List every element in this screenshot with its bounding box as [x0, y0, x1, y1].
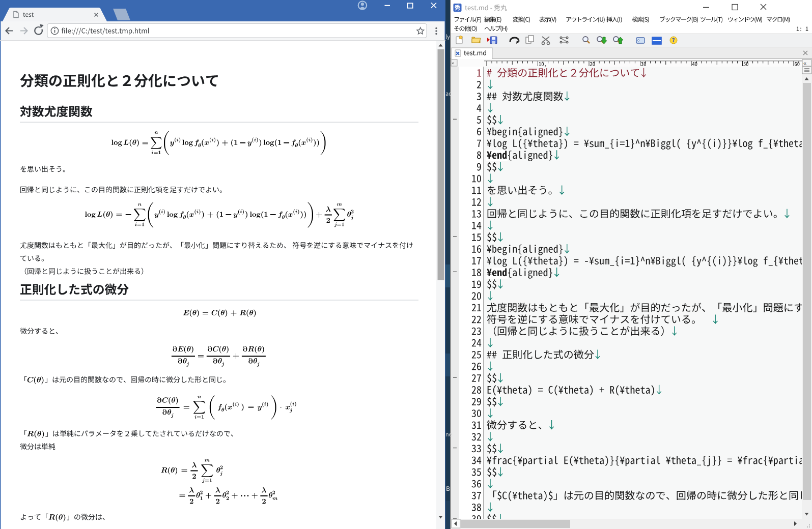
- svg-text:«: «: [803, 60, 806, 66]
